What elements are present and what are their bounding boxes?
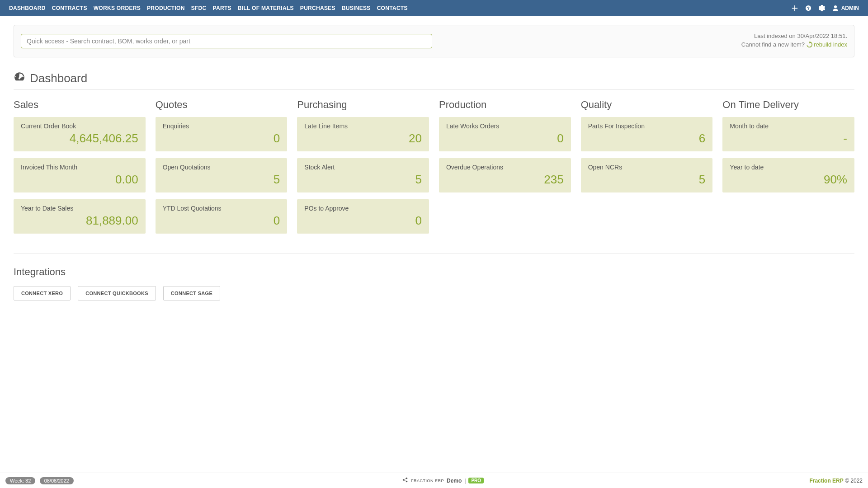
nav-bill-of-materials[interactable]: BILL OF MATERIALS bbox=[238, 0, 294, 16]
kpi-label: POs to Approve bbox=[304, 205, 422, 212]
footer-brand: Fraction ERP bbox=[809, 478, 843, 484]
kpi-value: 0 bbox=[163, 131, 280, 145]
kpi-value: 0 bbox=[446, 131, 564, 145]
user-icon bbox=[832, 5, 839, 11]
kpi-value: 90% bbox=[730, 173, 847, 187]
integrations-buttons: CONNECT XERO CONNECT QUICKBOOKS CONNECT … bbox=[14, 286, 854, 300]
footer-demo: Demo bbox=[447, 478, 462, 484]
date-pill: 08/08/2022 bbox=[40, 477, 74, 484]
footer-copyright: © 2022 bbox=[845, 478, 863, 484]
content: Last indexed on 30/Apr/2022 18:51. Canno… bbox=[0, 16, 868, 473]
admin-label: ADMIN bbox=[841, 5, 859, 11]
kpi-col-purchasing: Purchasing Late Line Items 20 Stock Aler… bbox=[297, 99, 429, 240]
integrations-heading: Integrations bbox=[14, 266, 854, 278]
nav-parts[interactable]: PARTS bbox=[213, 0, 231, 16]
topnav: DASHBOARD CONTRACTS WORKS ORDERS PRODUCT… bbox=[0, 0, 868, 16]
nav-purchases[interactable]: PURCHASES bbox=[300, 0, 335, 16]
kpi-value: 5 bbox=[304, 173, 422, 187]
kpi-card-ytd-lost-quotations[interactable]: YTD Lost Quotations 0 bbox=[156, 199, 288, 234]
kpi-heading-otd: On Time Delivery bbox=[722, 99, 854, 111]
kpi-card-ytd[interactable]: Year to date 90% bbox=[722, 158, 854, 192]
page-title: Dashboard bbox=[14, 71, 854, 86]
kpi-value: 6 bbox=[588, 131, 706, 145]
kpi-label: Month to date bbox=[730, 122, 847, 130]
dashboard-icon bbox=[14, 71, 25, 86]
topnav-right: ADMIN bbox=[792, 5, 859, 11]
footer-brand-small: FRACTION ERP bbox=[411, 479, 444, 483]
kpi-label: Invoiced This Month bbox=[21, 164, 138, 171]
nav-sfdc[interactable]: SFDC bbox=[191, 0, 207, 16]
kpi-heading-quotes: Quotes bbox=[156, 99, 288, 111]
brand-icon bbox=[402, 477, 408, 484]
topnav-menu: DASHBOARD CONTRACTS WORKS ORDERS PRODUCT… bbox=[9, 0, 408, 16]
kpi-value: 20 bbox=[304, 131, 422, 145]
kpi-card-enquiries[interactable]: Enquiries 0 bbox=[156, 117, 288, 151]
kpi-value: 81,889.00 bbox=[21, 214, 138, 228]
week-pill: Week: 32 bbox=[5, 477, 35, 484]
kpi-value: - bbox=[730, 131, 847, 145]
kpi-label: Open Quotations bbox=[163, 164, 280, 171]
quick-search-input[interactable] bbox=[21, 34, 432, 48]
connect-xero-button[interactable]: CONNECT XERO bbox=[14, 286, 71, 300]
search-meta: Last indexed on 30/Apr/2022 18:51. Canno… bbox=[741, 32, 847, 50]
rebuild-index-link[interactable]: rebuild index bbox=[814, 41, 847, 48]
kpi-card-late-line-items[interactable]: Late Line Items 20 bbox=[297, 117, 429, 151]
kpi-card-pos-to-approve[interactable]: POs to Approve 0 bbox=[297, 199, 429, 234]
kpi-col-quality: Quality Parts For Inspection 6 Open NCRs… bbox=[581, 99, 713, 240]
kpi-value: 5 bbox=[163, 173, 280, 187]
kpi-card-invoiced-this-month[interactable]: Invoiced This Month 0.00 bbox=[14, 158, 146, 192]
gear-icon[interactable] bbox=[819, 5, 825, 11]
admin-menu[interactable]: ADMIN bbox=[832, 5, 859, 11]
kpi-card-late-works-orders[interactable]: Late Works Orders 0 bbox=[439, 117, 571, 151]
integrations-section: Integrations CONNECT XERO CONNECT QUICKB… bbox=[14, 266, 854, 300]
footer: Week: 32 08/08/2022 FRACTION ERP Demo | … bbox=[0, 473, 868, 488]
pro-badge: PRO bbox=[468, 478, 484, 483]
nav-contracts[interactable]: CONTRACTS bbox=[52, 0, 87, 16]
kpi-card-overdue-operations[interactable]: Overdue Operations 235 bbox=[439, 158, 571, 192]
nav-contacts[interactable]: CONTACTS bbox=[377, 0, 408, 16]
nav-production[interactable]: PRODUCTION bbox=[147, 0, 185, 16]
kpi-col-production: Production Late Works Orders 0 Overdue O… bbox=[439, 99, 571, 240]
kpi-card-open-ncrs[interactable]: Open NCRs 5 bbox=[581, 158, 713, 192]
help-icon[interactable] bbox=[805, 5, 811, 11]
kpi-value: 0.00 bbox=[21, 173, 138, 187]
search-cannot-find: Cannot find a new item? bbox=[741, 41, 805, 48]
kpi-col-quotes: Quotes Enquiries 0 Open Quotations 5 YTD… bbox=[156, 99, 288, 240]
kpi-value: 5 bbox=[588, 173, 706, 187]
kpi-card-stock-alert[interactable]: Stock Alert 5 bbox=[297, 158, 429, 192]
kpi-heading-quality: Quality bbox=[581, 99, 713, 111]
kpi-label: YTD Lost Quotations bbox=[163, 205, 280, 212]
kpi-col-otd: On Time Delivery Month to date - Year to… bbox=[722, 99, 854, 240]
kpi-label: Year to Date Sales bbox=[21, 205, 138, 212]
kpi-label: Enquiries bbox=[163, 122, 280, 130]
kpi-heading-production: Production bbox=[439, 99, 571, 111]
kpi-label: Current Order Book bbox=[21, 122, 138, 130]
kpi-value: 4,645,406.25 bbox=[21, 131, 138, 145]
kpi-card-ytd-sales[interactable]: Year to Date Sales 81,889.00 bbox=[14, 199, 146, 234]
kpi-card-mtd[interactable]: Month to date - bbox=[722, 117, 854, 151]
kpi-grid: Sales Current Order Book 4,645,406.25 In… bbox=[14, 99, 854, 240]
kpi-label: Parts For Inspection bbox=[588, 122, 706, 130]
kpi-heading-sales: Sales bbox=[14, 99, 146, 111]
nav-business[interactable]: BUSINESS bbox=[342, 0, 371, 16]
kpi-label: Stock Alert bbox=[304, 164, 422, 171]
kpi-heading-purchasing: Purchasing bbox=[297, 99, 429, 111]
nav-dashboard[interactable]: DASHBOARD bbox=[9, 0, 46, 16]
footer-left: Week: 32 08/08/2022 bbox=[5, 477, 76, 484]
section-separator bbox=[14, 253, 854, 253]
kpi-label: Late Line Items bbox=[304, 122, 422, 130]
page-title-text: Dashboard bbox=[30, 71, 87, 85]
nav-works-orders[interactable]: WORKS ORDERS bbox=[94, 0, 141, 16]
connect-sage-button[interactable]: CONNECT SAGE bbox=[163, 286, 220, 300]
kpi-label: Open NCRs bbox=[588, 164, 706, 171]
plus-icon[interactable] bbox=[792, 5, 798, 11]
kpi-card-open-quotations[interactable]: Open Quotations 5 bbox=[156, 158, 288, 192]
kpi-value: 235 bbox=[446, 173, 564, 187]
kpi-card-parts-for-inspection[interactable]: Parts For Inspection 6 bbox=[581, 117, 713, 151]
refresh-icon bbox=[807, 42, 812, 50]
connect-quickbooks-button[interactable]: CONNECT QUICKBOOKS bbox=[78, 286, 156, 300]
kpi-label: Overdue Operations bbox=[446, 164, 564, 171]
kpi-label: Late Works Orders bbox=[446, 122, 564, 130]
kpi-card-current-order-book[interactable]: Current Order Book 4,645,406.25 bbox=[14, 117, 146, 151]
footer-sep: | bbox=[464, 478, 466, 484]
